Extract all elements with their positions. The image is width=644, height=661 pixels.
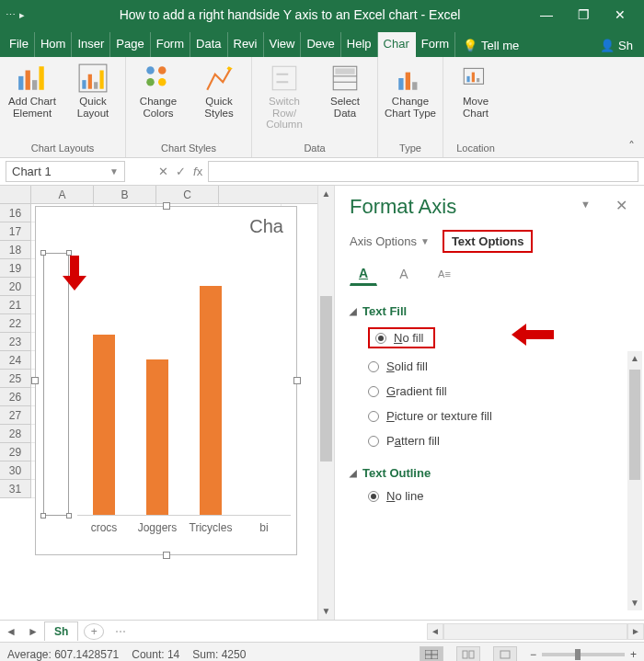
tab-data[interactable]: Data bbox=[190, 32, 227, 57]
text-outline-header[interactable]: ◢ Text Outline bbox=[350, 462, 637, 484]
chevron-down-icon[interactable]: ▼ bbox=[109, 166, 119, 177]
zoom-slider[interactable] bbox=[542, 653, 625, 656]
row-header[interactable]: 24 bbox=[0, 351, 31, 370]
resize-handle[interactable] bbox=[163, 202, 170, 210]
zoom-in-button[interactable]: + bbox=[630, 648, 637, 661]
scrollbar-track[interactable] bbox=[443, 623, 627, 640]
radio-no-fill[interactable]: No fill bbox=[350, 322, 637, 354]
tab-chart-design[interactable]: Char bbox=[378, 32, 416, 57]
restore-button[interactable]: ❐ bbox=[565, 0, 602, 29]
add-sheet-button[interactable]: + bbox=[84, 623, 104, 640]
row-header[interactable]: 26 bbox=[0, 388, 31, 406]
text-effects-icon[interactable]: A bbox=[390, 262, 418, 286]
close-button[interactable]: ✕ bbox=[602, 0, 638, 29]
row-header[interactable]: 18 bbox=[0, 241, 31, 259]
chart-bar[interactable] bbox=[93, 335, 114, 515]
view-page-layout-button[interactable] bbox=[456, 646, 480, 662]
chart-bar[interactable] bbox=[200, 286, 221, 515]
view-normal-button[interactable] bbox=[420, 646, 443, 662]
tab-view[interactable]: View bbox=[264, 32, 302, 57]
axis-options-tab[interactable]: Axis Options ▼ bbox=[350, 234, 430, 248]
zoom-out-button[interactable]: − bbox=[530, 648, 536, 661]
row-header[interactable]: 19 bbox=[0, 259, 31, 278]
row-header[interactable]: 30 bbox=[0, 462, 31, 480]
row-header[interactable]: 20 bbox=[0, 278, 31, 296]
fx-icon[interactable]: fx bbox=[193, 165, 202, 178]
tab-formulas[interactable]: Form bbox=[151, 32, 190, 57]
sheet-nav-next[interactable]: ► bbox=[22, 625, 44, 638]
tab-review[interactable]: Revi bbox=[228, 32, 264, 57]
sheet-tab[interactable]: Sh bbox=[44, 621, 78, 641]
radio-solid-fill[interactable]: Solid fill bbox=[350, 354, 637, 379]
name-box[interactable]: Chart 1 ▼ bbox=[6, 161, 125, 182]
row-header[interactable]: 29 bbox=[0, 443, 31, 462]
change-chart-type-button[interactable]: Change Chart Type bbox=[384, 61, 437, 119]
column-header[interactable]: C bbox=[156, 186, 219, 203]
collapse-ribbon-button[interactable]: ˄ bbox=[619, 135, 644, 157]
radio-no-line[interactable]: No line bbox=[350, 484, 637, 508]
row-header[interactable]: 28 bbox=[0, 425, 31, 443]
row-header[interactable]: 23 bbox=[0, 333, 31, 351]
scrollbar-thumb[interactable] bbox=[629, 370, 640, 480]
scroll-down-icon[interactable]: ▼ bbox=[627, 596, 642, 610]
select-all-corner[interactable] bbox=[0, 186, 31, 203]
chart-bar[interactable] bbox=[146, 359, 167, 515]
row-header[interactable]: 27 bbox=[0, 406, 31, 425]
sheet-nav-prev[interactable]: ◄ bbox=[0, 625, 22, 638]
radio-picture-fill[interactable]: Picture or texture fill bbox=[350, 404, 637, 428]
resize-handle[interactable] bbox=[293, 377, 301, 384]
scroll-up-icon[interactable]: ▲ bbox=[318, 186, 334, 202]
zoom-control[interactable]: − + bbox=[530, 648, 637, 661]
radio-gradient-fill[interactable]: Gradient fill bbox=[350, 379, 637, 404]
chart-title[interactable]: Cha bbox=[36, 207, 296, 237]
scroll-right-icon[interactable]: ► bbox=[627, 623, 644, 640]
column-header[interactable]: B bbox=[94, 186, 156, 203]
column-header[interactable]: A bbox=[31, 186, 94, 203]
vertical-scrollbar[interactable]: ▲ ▼ bbox=[317, 186, 334, 620]
minimize-button[interactable]: — bbox=[528, 0, 565, 29]
tab-home[interactable]: Hom bbox=[35, 32, 72, 57]
cancel-formula-icon[interactable]: ✕ bbox=[158, 165, 168, 178]
text-options-tab[interactable]: Text Options bbox=[443, 230, 533, 253]
scroll-down-icon[interactable]: ▼ bbox=[318, 603, 334, 620]
horizontal-scrollbar[interactable]: ◄ ► bbox=[126, 623, 644, 640]
enter-formula-icon[interactable]: ✓ bbox=[176, 165, 186, 178]
plot-area[interactable] bbox=[77, 253, 291, 516]
textbox-icon[interactable]: A≡ bbox=[431, 262, 458, 286]
tab-help[interactable]: Help bbox=[341, 32, 378, 57]
text-fill-header[interactable]: ◢ Text Fill bbox=[350, 301, 637, 322]
qat-chevron-icon[interactable]: ▸ bbox=[19, 9, 25, 21]
pane-menu-icon[interactable]: ▼ bbox=[581, 199, 591, 210]
embedded-chart[interactable]: Cha crocs Joggers Tricycles bi bbox=[35, 206, 297, 555]
row-header[interactable]: 17 bbox=[0, 222, 31, 241]
scroll-left-icon[interactable]: ◄ bbox=[427, 623, 443, 640]
sheet-tab-more[interactable]: ⋯ bbox=[115, 625, 126, 638]
tab-developer[interactable]: Deve bbox=[301, 32, 340, 57]
pane-scrollbar[interactable]: ▲ ▼ bbox=[627, 351, 642, 610]
tab-file[interactable]: File bbox=[4, 32, 35, 57]
row-header[interactable]: 21 bbox=[0, 296, 31, 314]
tab-page[interactable]: Page bbox=[110, 32, 150, 57]
close-pane-button[interactable]: ✕ bbox=[615, 197, 627, 214]
tab-insert[interactable]: Inser bbox=[72, 32, 110, 57]
formula-input[interactable] bbox=[208, 161, 638, 182]
radio-pattern-fill[interactable]: Pattern fill bbox=[350, 428, 637, 453]
change-colors-button[interactable]: Change Colors bbox=[132, 61, 185, 119]
tell-me[interactable]: 💡 Tell me bbox=[455, 34, 526, 57]
row-header[interactable]: 22 bbox=[0, 314, 31, 333]
quick-styles-button[interactable]: Quick Styles bbox=[192, 61, 246, 119]
share-button[interactable]: 👤 Sh bbox=[592, 34, 640, 57]
selected-y-axis[interactable] bbox=[43, 253, 69, 516]
tab-format[interactable]: Form bbox=[416, 32, 455, 57]
resize-handle[interactable] bbox=[163, 552, 170, 559]
row-header[interactable]: 31 bbox=[0, 480, 31, 498]
quick-layout-button[interactable]: Quick Layout bbox=[66, 61, 120, 119]
move-chart-button[interactable]: Move Chart bbox=[449, 61, 502, 119]
row-header[interactable]: 25 bbox=[0, 370, 31, 388]
select-data-button[interactable]: Select Data bbox=[318, 61, 372, 119]
view-page-break-button[interactable] bbox=[493, 646, 517, 662]
add-chart-element-button[interactable]: Add Chart Element bbox=[6, 61, 59, 119]
scrollbar-thumb[interactable] bbox=[320, 296, 332, 462]
worksheet[interactable]: A B C 16171819202122232425262728293031 C… bbox=[0, 186, 317, 620]
qat-more-icon[interactable]: ⋯ bbox=[6, 9, 16, 21]
